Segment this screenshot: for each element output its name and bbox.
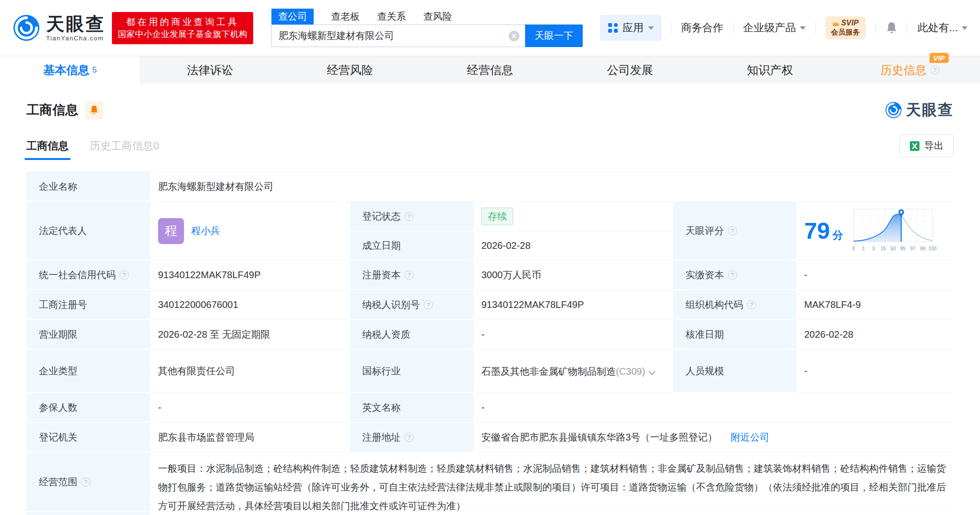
user-menu[interactable]: 此处有... bbox=[918, 21, 968, 35]
credit-code-value: 91340122MAK78LF49P bbox=[150, 260, 350, 290]
svip-badge[interactable]: SVIP 会员服务 bbox=[825, 16, 866, 39]
reg-capital-value: 3000万人民币 bbox=[474, 260, 673, 290]
help-icon[interactable]: ? bbox=[747, 300, 756, 309]
tab-history-info[interactable]: 历史信息 VIP ? bbox=[840, 56, 980, 84]
export-button[interactable]: 导出 bbox=[899, 135, 954, 157]
help-icon[interactable]: ? bbox=[931, 65, 940, 74]
field-label-text: 注册资本 bbox=[362, 269, 401, 282]
search-tab-relation[interactable]: 查关系 bbox=[377, 9, 406, 25]
score-cell: 79 分 bbox=[796, 202, 954, 260]
tab-company-development[interactable]: 公司发展 bbox=[560, 56, 700, 84]
tab-label: 公司发展 bbox=[607, 62, 653, 78]
help-icon[interactable]: ? bbox=[120, 270, 129, 280]
industry-value: 石墨及其他非金属矿物制品制造 bbox=[481, 366, 616, 377]
svg-text:50: 50 bbox=[890, 246, 896, 251]
top-nav: 应用 商务合作 企业级产品 SVIP 会员服务 此处有... bbox=[600, 15, 968, 41]
org-code-value: MAK78LF4-9 bbox=[796, 290, 954, 320]
nearby-companies-link[interactable]: 附近公司 bbox=[731, 431, 769, 444]
avatar[interactable]: 程 bbox=[158, 218, 184, 244]
svg-text:1: 1 bbox=[862, 246, 865, 251]
top-header: 天眼查 TianYanCha.com 都在用的商业查询工具 国家中小企业发展子基… bbox=[0, 0, 980, 56]
table-row bbox=[150, 512, 954, 515]
tab-operation-risk[interactable]: 经营风险 bbox=[280, 56, 420, 84]
insured-count-value: - bbox=[150, 393, 350, 423]
business-term-value: 2026-02-28 至 无固定期限 bbox=[150, 320, 350, 350]
subtab-business-info[interactable]: 工商信息 bbox=[26, 139, 69, 153]
svg-text:15: 15 bbox=[881, 246, 886, 251]
divider bbox=[907, 22, 908, 34]
legal-rep-link[interactable]: 程小兵 bbox=[191, 224, 220, 237]
tianyancha-logo-icon bbox=[12, 14, 40, 42]
field-label: 经营范围 ? bbox=[26, 453, 150, 512]
field-label-text: 统一社会信用代码 bbox=[39, 269, 116, 282]
help-icon[interactable]: ? bbox=[728, 226, 737, 235]
tab-operation-info[interactable]: 经营信息 bbox=[420, 56, 560, 84]
svg-text:99: 99 bbox=[920, 246, 926, 251]
notification-bell-icon[interactable] bbox=[885, 21, 898, 35]
field-label-text: 组织机构代码 bbox=[686, 298, 743, 311]
company-type-value: 其他有限责任公司 bbox=[150, 350, 350, 393]
search-tab-company[interactable]: 查公司 bbox=[271, 9, 314, 25]
help-icon[interactable]: ? bbox=[404, 433, 414, 442]
field-label: 英文名称 bbox=[350, 393, 474, 423]
apps-menu[interactable]: 应用 bbox=[600, 15, 662, 41]
bell-icon bbox=[89, 105, 99, 115]
field-label: 纳税人资质 bbox=[350, 320, 474, 350]
status-badge: 存续 bbox=[481, 208, 513, 225]
svip-label: SVIP bbox=[841, 19, 858, 27]
tab-label: 经营信息 bbox=[467, 62, 513, 78]
main-content: 工商信息 天眼查 工商信息 历史工商信息0 导出 bbox=[0, 100, 980, 515]
field-label: 工商注册号 bbox=[26, 290, 150, 320]
field-label-text: 经营范围 bbox=[39, 476, 77, 489]
field-label-text: 实缴资本 bbox=[686, 269, 724, 282]
tianyancha-logo[interactable]: 天眼查 TianYanCha.com bbox=[12, 14, 105, 42]
search-tab-boss[interactable]: 查老板 bbox=[331, 9, 360, 25]
subscribe-bell-button[interactable] bbox=[85, 101, 103, 119]
svg-text:97: 97 bbox=[910, 246, 916, 251]
help-icon[interactable]: ? bbox=[404, 270, 414, 280]
field-label bbox=[26, 512, 150, 515]
help-icon[interactable]: ? bbox=[424, 300, 433, 309]
tab-basic-info[interactable]: 基本信息 5 bbox=[0, 56, 140, 84]
svg-text:85: 85 bbox=[900, 246, 906, 251]
watermark-logo: 天眼查 bbox=[885, 100, 954, 120]
chevron-down-icon[interactable] bbox=[649, 368, 655, 375]
help-icon[interactable]: ? bbox=[404, 212, 414, 221]
search-tab-risk[interactable]: 查风险 bbox=[423, 9, 452, 25]
subtab-history-business-info[interactable]: 历史工商信息0 bbox=[90, 139, 159, 153]
apps-label: 应用 bbox=[623, 21, 644, 35]
slogan-line2: 国家中小企业发展子基金旗下机构 bbox=[118, 28, 247, 40]
tab-label: 知识产权 bbox=[747, 62, 793, 78]
business-info-table: 企业名称 肥东海螺新型建材有限公司 法定代表人 程 程小兵 登记状态 ? 存续 … bbox=[26, 172, 954, 515]
field-label: 人员规模 bbox=[673, 350, 796, 393]
brand-name: 天眼查 bbox=[46, 14, 105, 34]
field-label: 统一社会信用代码 ? bbox=[26, 260, 150, 290]
vip-tag: VIP bbox=[930, 53, 949, 63]
field-label: 实缴资本 ? bbox=[673, 260, 796, 290]
nav-cooperation[interactable]: 商务合作 bbox=[681, 21, 723, 35]
help-icon[interactable]: ? bbox=[81, 478, 90, 487]
tab-label: 基本信息 bbox=[43, 62, 89, 78]
tab-label-wrap: 历史信息 VIP bbox=[881, 62, 927, 78]
tab-legal[interactable]: 法律诉讼 bbox=[140, 56, 280, 84]
clear-search-icon[interactable] bbox=[509, 31, 519, 41]
tab-intellectual-property[interactable]: 知识产权 bbox=[700, 56, 840, 84]
field-label-text: 纳税人识别号 bbox=[362, 298, 420, 311]
help-icon[interactable]: ? bbox=[728, 270, 737, 280]
field-label: 组织机构代码 ? bbox=[673, 290, 796, 320]
field-label-text: 天眼评分 bbox=[686, 224, 724, 237]
search-tabs: 查公司 查老板 查关系 查风险 bbox=[271, 9, 583, 25]
tianyancha-logo-icon bbox=[885, 101, 902, 119]
establish-date-value: 2026-02-28 bbox=[474, 232, 673, 260]
nav-enterprise[interactable]: 企业级产品 bbox=[743, 21, 806, 35]
search-input[interactable] bbox=[272, 25, 525, 47]
tab-label: 法律诉讼 bbox=[187, 62, 233, 78]
approval-date-value: 2026-02-28 bbox=[796, 320, 954, 350]
search-button[interactable]: 天眼一下 bbox=[525, 25, 583, 47]
company-tabbar: 基本信息 5 法律诉讼 经营风险 经营信息 公司发展 知识产权 历史信息 VIP… bbox=[0, 56, 980, 84]
reg-status-cell: 存续 bbox=[474, 202, 673, 232]
svg-text:0: 0 bbox=[852, 246, 855, 251]
reg-authority-value: 肥东县市场监督管理局 bbox=[150, 423, 350, 453]
divider bbox=[733, 22, 734, 34]
divider bbox=[671, 22, 672, 34]
